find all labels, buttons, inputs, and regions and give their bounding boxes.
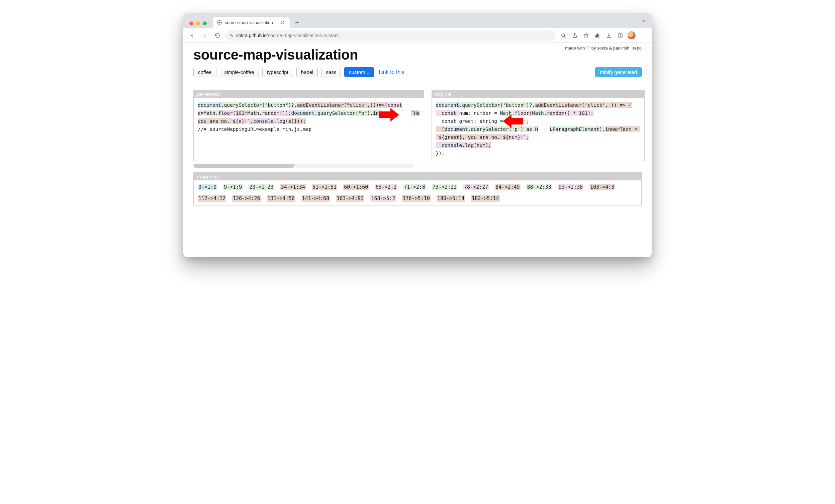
window-zoom-icon[interactable] [203, 21, 207, 25]
code-token[interactable]: `${ [436, 134, 445, 140]
window-close-icon[interactable] [189, 21, 194, 25]
babel-button[interactable]: babel [297, 67, 318, 77]
mapping-item[interactable]: 163->4:93 [336, 195, 364, 202]
mapping-item[interactable]: 103->4:3 [589, 184, 615, 190]
simple-coffee-button[interactable]: simple-coffee [220, 67, 259, 77]
original-code[interactable]: document.querySelector('button')?.addEve… [432, 98, 644, 161]
generated-code[interactable]: document.querySelector("button")?.addEve… [194, 98, 424, 137]
mapping-item[interactable]: 180->5:14 [436, 195, 465, 202]
minify-generated-button[interactable]: minify generated [595, 67, 641, 77]
code-token[interactable]: floor( [514, 110, 532, 116]
share-button[interactable] [569, 30, 580, 41]
code-token[interactable]: document. [436, 102, 462, 108]
code-token[interactable]: Math. [203, 110, 218, 116]
code-token[interactable]: innerText = [605, 126, 640, 132]
code-token[interactable]: inn [373, 110, 382, 116]
side-panel-button[interactable] [615, 30, 626, 41]
mapping-item[interactable]: 71->2:8 [404, 184, 426, 190]
mapping-item[interactable]: 84->2:49 [495, 184, 520, 190]
code-token[interactable]: querySelector('button')?. [462, 102, 535, 108]
code-token[interactable] [382, 110, 411, 116]
generated-scrollbar[interactable] [194, 164, 413, 169]
code-token[interactable]: num}!`; [509, 134, 529, 140]
menu-button[interactable] [638, 30, 648, 41]
code-token[interactable]: random() * 101); [547, 110, 593, 116]
code-token[interactable]: Math. [500, 110, 515, 116]
code-token[interactable] [538, 126, 550, 132]
code-token[interactable]: log( [465, 142, 477, 148]
code-token[interactable]: `He [411, 110, 420, 116]
code-token[interactable]: e= [198, 110, 203, 116]
bookmark-button[interactable] [581, 30, 591, 41]
mappings-list[interactable]: 0->1:09->1:923->1:2334->1:3451->1:5160->… [194, 180, 641, 205]
code-token[interactable]: document. [291, 110, 318, 116]
address-bar[interactable]: sokra.github.io/source-map-visualization… [225, 30, 556, 41]
code-token[interactable]: greet}, you are no. ${ [445, 134, 509, 140]
repo-link[interactable]: repo [633, 45, 641, 51]
mapping-item[interactable]: 112->4:12 [198, 195, 226, 202]
mapping-item[interactable]: 60->1:60 [343, 184, 369, 190]
code-token[interactable]: floor( [218, 110, 236, 116]
code-token[interactable]: document. [198, 102, 224, 108]
typescript-button[interactable]: typescript [262, 67, 293, 77]
mapping-item[interactable]: 34->1:34 [280, 184, 306, 190]
code-token[interactable]: document. [445, 126, 471, 132]
search-tabs-button[interactable] [558, 30, 569, 41]
code-token[interactable]: querySelector("button")?. [224, 102, 297, 108]
close-icon[interactable] [280, 20, 285, 25]
code-token[interactable]: you are no. [198, 118, 233, 124]
code-token[interactable]: }); [436, 150, 445, 156]
code-token[interactable]: const [436, 110, 459, 116]
tabs-menu-button[interactable] [640, 18, 652, 28]
mapping-item[interactable]: 176->5:10 [402, 195, 430, 202]
mapping-item[interactable]: 51->1:51 [312, 184, 337, 190]
sass-button[interactable]: sass [321, 67, 341, 77]
mapping-item[interactable]: 65->2:2 [375, 184, 397, 190]
code-token[interactable]: ( [436, 126, 445, 132]
extensions-button[interactable] [592, 30, 603, 41]
browser-tab[interactable]: source-map-visualization [213, 17, 290, 28]
mapping-item[interactable]: 73->2:22 [432, 184, 457, 190]
mapping-item[interactable]: 88->2:33 [527, 184, 552, 190]
code-token[interactable]: num); [477, 142, 491, 148]
forward-button[interactable] [199, 30, 210, 41]
code-token[interactable]: , [250, 118, 253, 124]
code-token[interactable]: ${e}!` [233, 118, 250, 124]
code-token[interactable]: 101* [236, 110, 248, 116]
code-token[interactable]: addEventListener('click', () => { [535, 102, 631, 108]
code-token[interactable]: num: number = [459, 110, 500, 116]
code-token[interactable]: console. [436, 142, 465, 148]
coffee-button[interactable]: coffee [194, 67, 217, 77]
code-token[interactable]: Math. [532, 110, 547, 116]
window-minimize-icon[interactable] [196, 21, 200, 25]
code-token[interactable]: querySelector("p"). [318, 110, 373, 116]
code-token[interactable]: log( [277, 118, 288, 124]
code-token[interactable]: const [387, 102, 402, 108]
code-token[interactable]: addEventListener("click", [297, 102, 370, 108]
back-button[interactable] [187, 30, 197, 41]
code-token[interactable]: LParagraphElement). [550, 126, 605, 132]
link-to-this[interactable]: Link to this [378, 69, 405, 75]
mapping-item[interactable]: 93->2:38 [558, 184, 584, 190]
mapping-item[interactable]: 23->1:23 [248, 184, 274, 190]
mapping-item[interactable]: 182->5:14 [471, 195, 500, 202]
code-token[interactable]: Math. [247, 110, 262, 116]
code-token[interactable]: e)})); [288, 118, 306, 124]
mapping-item[interactable]: 141->4:68 [301, 195, 330, 202]
code-token[interactable]: greet: string = 'Hello'; [459, 118, 529, 124]
reload-button[interactable] [212, 30, 223, 41]
new-tab-button[interactable] [292, 18, 302, 27]
code-token[interactable]: const [436, 118, 459, 124]
mapping-item[interactable]: 78->2:27 [463, 184, 489, 190]
code-token[interactable]: (()=>{ [370, 102, 387, 108]
mapping-item[interactable]: 168->5:2 [370, 195, 396, 202]
code-token[interactable]: random()); [262, 110, 291, 116]
code-token[interactable]: querySelector('p') as H [471, 126, 538, 132]
mapping-item[interactable]: 126->4:26 [232, 195, 261, 202]
profile-button[interactable] [626, 30, 637, 41]
code-token[interactable]: //# sourceMappingURL=example.min.js.map [198, 126, 311, 132]
downloads-button[interactable] [604, 30, 614, 41]
mapping-item[interactable]: 131->4:56 [267, 195, 296, 202]
mapping-item[interactable]: 0->1:0 [198, 184, 217, 190]
mapping-item[interactable]: 9->1:9 [223, 184, 243, 190]
